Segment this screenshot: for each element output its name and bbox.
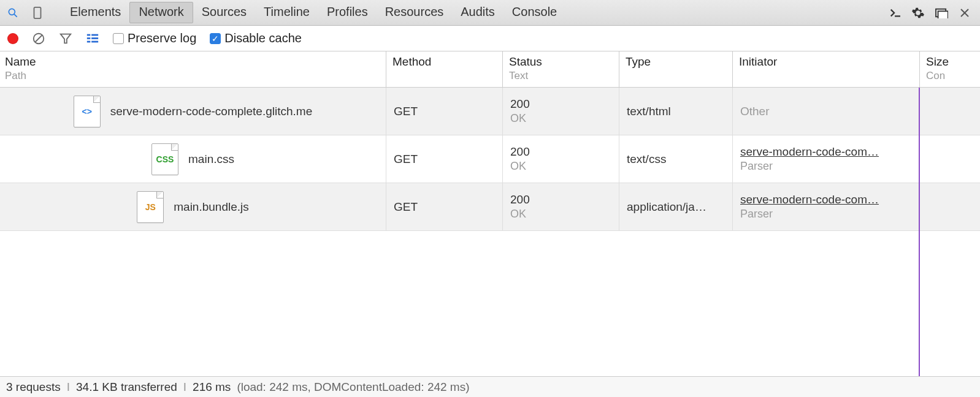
tab-sources[interactable]: Sources [193,2,255,23]
tab-resources[interactable]: Resources [377,2,453,23]
sep-icon: I [183,380,186,394]
cell-status: 200OK [503,183,619,230]
cell-initiator: serve-modern-code-com…Parser [733,183,920,230]
cell-initiator: Other [733,88,920,135]
cell-status: 200OK [503,88,619,135]
disable-cache-label: Disable cache [224,31,302,45]
cell-size [920,135,980,183]
show-drawer-icon[interactable] [887,5,903,21]
svg-rect-13 [87,37,91,39]
status-transferred: 34.1 KB transferred [76,380,177,394]
checkbox-unchecked-icon [113,33,124,44]
tab-timeline[interactable]: Timeline [255,2,318,23]
table-body[interactable]: <>serve-modern-code-complete.glitch.meGE… [0,88,980,376]
cell-size [920,183,980,230]
request-name: main.bundle.js [174,200,249,214]
request-name: serve-modern-code-complete.glitch.me [110,105,312,118]
initiator-text: Other [740,105,912,118]
network-table: Name Path Method Status Text Type Initia… [0,51,980,376]
initiator-link[interactable]: serve-modern-code-com… [740,193,912,206]
status-requests: 3 requests [6,380,61,394]
request-name: main.css [188,153,234,166]
table-row[interactable]: <>serve-modern-code-complete.glitch.meGE… [0,88,980,135]
cell-type: text/css [619,135,733,183]
svg-line-1 [14,14,17,17]
svg-rect-12 [91,34,98,36]
cell-method: GET [386,88,503,135]
status-details: (load: 242 ms, DOMContentLoaded: 242 ms) [237,380,469,394]
device-mode-icon[interactable] [29,5,45,21]
svg-line-9 [36,35,42,42]
cell-size [920,88,980,135]
svg-rect-11 [87,34,91,36]
file-css-icon: CSS [151,143,178,175]
status-time: 216 ms [193,380,231,394]
table-row[interactable]: JSmain.bundle.jsGET200OKapplication/ja…s… [0,183,980,231]
svg-rect-5 [938,11,948,18]
col-status[interactable]: Status Text [503,51,619,87]
tabbar-right-icons [887,5,975,21]
filter-icon[interactable] [59,32,72,45]
svg-rect-15 [87,40,91,42]
dock-side-icon[interactable] [933,5,949,21]
tab-profiles[interactable]: Profiles [318,2,377,23]
cell-type: application/ja… [619,183,733,230]
timing-marker [919,88,920,376]
network-toolbar: Preserve log ✓ Disable cache [0,26,980,51]
col-name[interactable]: Name Path [0,51,386,87]
clear-icon[interactable] [32,32,45,45]
col-method[interactable]: Method [386,51,503,87]
table-header: Name Path Method Status Text Type Initia… [0,51,980,88]
sep-icon: I [67,380,70,394]
close-icon[interactable] [957,5,973,21]
col-size[interactable]: Size Con [920,51,980,87]
cell-type: text/html [619,88,733,135]
svg-rect-16 [91,40,98,42]
svg-rect-2 [34,7,41,18]
col-initiator[interactable]: Initiator [733,51,920,87]
checkbox-checked-icon: ✓ [210,33,221,44]
panel-tabs: Elements Network Sources Timeline Profil… [61,2,565,23]
cell-status: 200OK [503,135,619,183]
settings-gear-icon[interactable] [910,5,926,21]
preserve-log-label: Preserve log [128,31,196,45]
file-js-icon: JS [137,191,164,223]
svg-marker-10 [61,34,71,43]
search-icon[interactable] [5,5,21,21]
tab-elements[interactable]: Elements [61,2,129,23]
initiator-link[interactable]: serve-modern-code-com… [740,145,912,159]
tab-console[interactable]: Console [503,2,565,23]
file-html-icon: <> [74,96,101,127]
devtools-tabbar: Elements Network Sources Timeline Profil… [0,0,980,26]
record-button[interactable] [7,33,18,44]
col-type[interactable]: Type [619,51,733,87]
cell-initiator: serve-modern-code-com…Parser [733,135,920,183]
cell-name: <>serve-modern-code-complete.glitch.me [0,88,386,135]
disable-cache-checkbox[interactable]: ✓ Disable cache [210,31,302,45]
cell-method: GET [386,183,503,230]
tab-audits[interactable]: Audits [452,2,503,23]
preserve-log-checkbox[interactable]: Preserve log [113,31,196,45]
cell-method: GET [386,135,503,183]
large-rows-icon[interactable] [86,32,99,45]
cell-name: JSmain.bundle.js [0,183,386,230]
svg-rect-14 [91,37,98,39]
status-bar: 3 requests I 34.1 KB transferred I 216 m… [0,376,980,397]
cell-name: CSSmain.css [0,135,386,183]
table-row[interactable]: CSSmain.cssGET200OKtext/cssserve-modern-… [0,135,980,183]
svg-point-0 [9,9,15,15]
tab-network[interactable]: Network [129,2,193,23]
